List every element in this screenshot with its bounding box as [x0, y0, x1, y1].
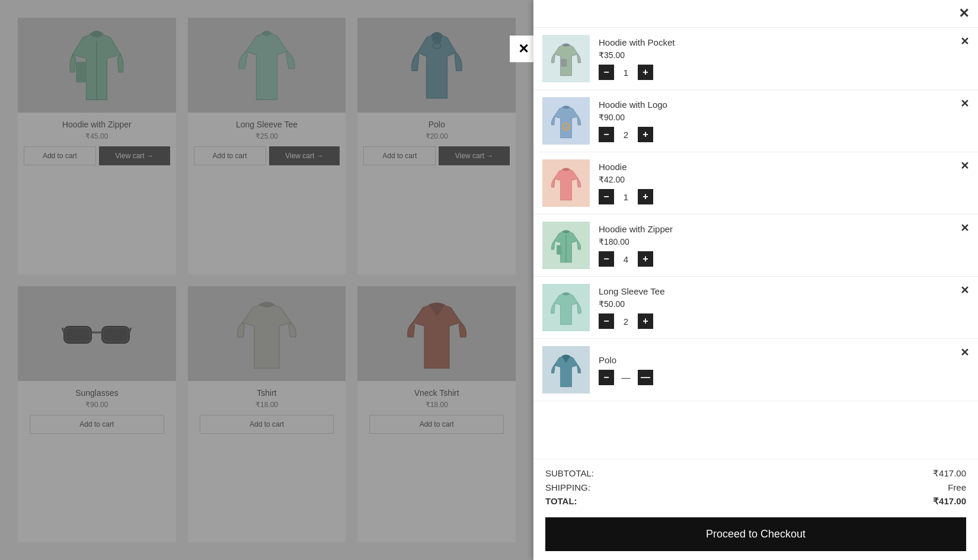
cart-item-price-long-sleeve: ₹50.00 — [599, 299, 969, 309]
cart-item-qty-hoodie-zipper: − 4 + — [599, 251, 969, 267]
cart-item-hoodie-pocket: Hoodie with Pocket ₹35.00 − 1 + ✕ — [533, 28, 978, 90]
qty-value-hoodie-pocket: 1 — [620, 68, 632, 78]
qty-value-hoodie: 1 — [620, 192, 632, 202]
cart-item-price-hoodie: ₹42.00 — [599, 175, 969, 184]
qty-value-polo: — — [620, 372, 632, 382]
shipping-row: SHIPPING: Free — [545, 482, 966, 492]
remove-long-sleeve[interactable]: ✕ — [960, 284, 969, 297]
cart-item-price-hoodie-logo: ₹90.00 — [599, 113, 969, 122]
shipping-value: Free — [948, 482, 966, 492]
subtotal-row: SUBTOTAL: ₹417.00 — [545, 468, 966, 479]
cart-item-info-long-sleeve: Long Sleeve Tee ₹50.00 − 2 + — [599, 286, 969, 329]
qty-increase-hoodie-zipper[interactable]: + — [638, 251, 653, 267]
cart-item-name-polo: Polo — [599, 355, 969, 365]
qty-value-long-sleeve: 2 — [620, 316, 632, 327]
subtotal-label: SUBTOTAL: — [545, 468, 594, 479]
cart-item-price-hoodie-zipper: ₹180.00 — [599, 237, 969, 247]
cart-item-qty-long-sleeve: − 2 + — [599, 313, 969, 329]
cart-item-qty-hoodie-pocket: − 1 + — [599, 65, 969, 80]
cart-item-hoodie: Hoodie ₹42.00 − 1 + ✕ — [533, 152, 978, 215]
cart-footer: SUBTOTAL: ₹417.00 SHIPPING: Free TOTAL: … — [533, 459, 978, 560]
cart-item-qty-hoodie-logo: − 2 + — [599, 127, 969, 142]
cart-item-image-hoodie-logo: ★ — [542, 97, 590, 145]
remove-hoodie-logo[interactable]: ✕ — [960, 97, 969, 110]
cart-item-info-hoodie: Hoodie ₹42.00 − 1 + — [599, 162, 969, 204]
qty-decrease-hoodie-pocket[interactable]: − — [599, 65, 614, 80]
cart-item-qty-hoodie: − 1 + — [599, 189, 969, 204]
svg-rect-10 — [561, 59, 567, 66]
cart-item-name-hoodie-pocket: Hoodie with Pocket — [599, 37, 969, 47]
overlay-close-button[interactable]: ✕ — [510, 36, 536, 62]
qty-decrease-hoodie-logo[interactable]: − — [599, 127, 614, 142]
qty-increase-long-sleeve[interactable]: + — [638, 313, 653, 329]
total-label: TOTAL: — [545, 496, 577, 507]
cart-item-name-long-sleeve: Long Sleeve Tee — [599, 286, 969, 296]
cart-item-info-hoodie-logo: Hoodie with Logo ₹90.00 − 2 + — [599, 100, 969, 142]
cart-close-button[interactable]: ✕ — [958, 6, 969, 21]
cart-item-image-hoodie — [542, 159, 590, 207]
cart-sidebar: ✕ Hoodie with Pocket ₹35.00 − 1 + — [533, 0, 978, 560]
subtotal-value: ₹417.00 — [933, 468, 966, 479]
shipping-label: SHIPPING: — [545, 482, 590, 492]
cart-item-image-hoodie-pocket — [542, 35, 590, 82]
cart-item-name-hoodie-zipper: Hoodie with Zipper — [599, 224, 969, 234]
svg-text:★: ★ — [565, 125, 568, 129]
cart-item-qty-polo: − — — — [599, 370, 969, 385]
qty-decrease-hoodie[interactable]: − — [599, 189, 614, 204]
qty-increase-polo[interactable]: — — [638, 370, 653, 385]
cart-item-price-hoodie-pocket: ₹35.00 — [599, 50, 969, 60]
remove-hoodie[interactable]: ✕ — [960, 159, 969, 172]
cart-item-long-sleeve: Long Sleeve Tee ₹50.00 − 2 + ✕ — [533, 277, 978, 339]
cart-item-hoodie-logo: ★ Hoodie with Logo ₹90.00 − 2 + ✕ — [533, 90, 978, 152]
cart-item-info-hoodie-zipper: Hoodie with Zipper ₹180.00 − 4 + — [599, 224, 969, 267]
cart-items-list: Hoodie with Pocket ₹35.00 − 1 + ✕ — [533, 27, 978, 459]
cart-item-polo: Polo − — — ✕ — [533, 339, 978, 401]
qty-decrease-hoodie-zipper[interactable]: − — [599, 251, 614, 267]
cart-item-image-polo — [542, 346, 590, 393]
cart-header: ✕ — [533, 0, 978, 27]
svg-rect-14 — [557, 245, 561, 254]
cart-item-name-hoodie: Hoodie — [599, 162, 969, 172]
checkout-button[interactable]: Proceed to Checkout — [545, 517, 966, 551]
cart-item-name-hoodie-logo: Hoodie with Logo — [599, 100, 969, 110]
qty-increase-hoodie-logo[interactable]: + — [638, 127, 653, 142]
qty-value-hoodie-zipper: 4 — [620, 254, 632, 264]
qty-increase-hoodie[interactable]: + — [638, 189, 653, 204]
cart-item-hoodie-zipper: Hoodie with Zipper ₹180.00 − 4 + ✕ — [533, 215, 978, 277]
qty-decrease-polo[interactable]: − — [599, 370, 614, 385]
qty-increase-hoodie-pocket[interactable]: + — [638, 65, 653, 80]
remove-polo[interactable]: ✕ — [960, 346, 969, 359]
cart-item-info-hoodie-pocket: Hoodie with Pocket ₹35.00 − 1 + — [599, 37, 969, 80]
cart-item-image-long-sleeve — [542, 284, 590, 331]
remove-hoodie-zipper[interactable]: ✕ — [960, 222, 969, 235]
cart-item-image-hoodie-zipper — [542, 222, 590, 269]
cart-item-info-polo: Polo − — — — [599, 355, 969, 385]
qty-value-hoodie-logo: 2 — [620, 130, 632, 140]
qty-decrease-long-sleeve[interactable]: − — [599, 313, 614, 329]
remove-hoodie-pocket[interactable]: ✕ — [960, 35, 969, 48]
total-row: TOTAL: ₹417.00 — [545, 496, 966, 507]
cart-overlay: ✕ — [0, 0, 533, 560]
total-value: ₹417.00 — [933, 496, 966, 507]
